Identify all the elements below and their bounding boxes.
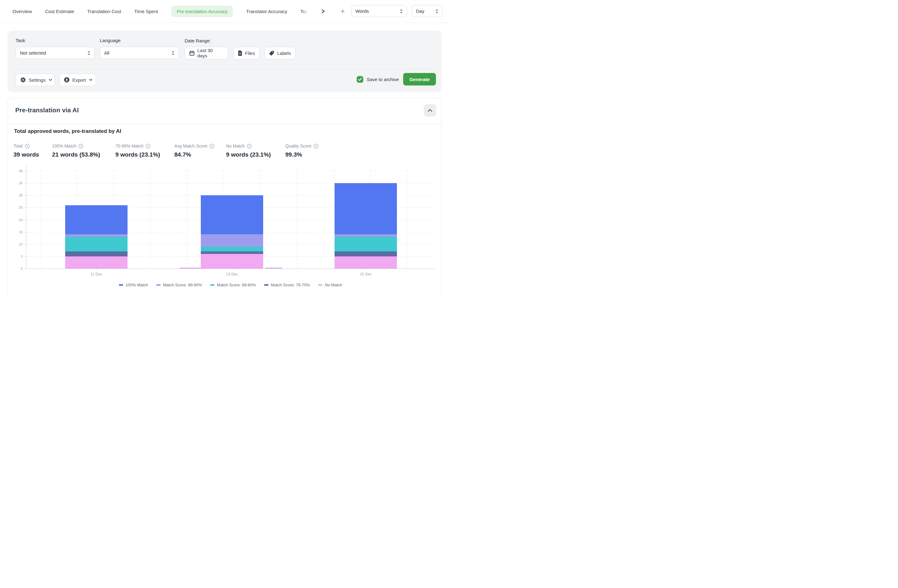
legend-label: Match Score: 89-80% <box>217 283 256 287</box>
caret-down-icon <box>89 79 92 81</box>
near-zero-bar[interactable] <box>265 268 282 269</box>
period-select[interactable]: Day <box>412 5 443 17</box>
card-divider <box>8 123 441 124</box>
chart-legend: 100% MatchMatch Score: 99-90%Match Score… <box>26 283 435 287</box>
files-button-label: Files <box>245 51 255 56</box>
add-tab-button[interactable]: + <box>338 7 347 15</box>
task-label: Task <box>15 38 25 43</box>
export-button[interactable]: Export <box>59 74 96 86</box>
tab-translation-cost[interactable]: Translation Cost <box>87 9 121 14</box>
stat-value: 9 words (23.1%) <box>115 151 160 158</box>
stat-value: 9 words (23.1%) <box>226 151 271 158</box>
bar-segment[interactable] <box>65 237 128 251</box>
tabs-overflow-button[interactable] <box>320 8 326 14</box>
labels-button-label: Labels <box>277 51 291 56</box>
bar-segment[interactable] <box>65 251 128 256</box>
tab-pre-translation-accuracy[interactable]: Pre-translation Accuracy <box>171 6 233 17</box>
gear-icon <box>20 77 26 83</box>
tab-translator-accuracy[interactable]: Translator Accuracy <box>246 9 287 14</box>
filter-panel: Task Not selected Language All Date Rang… <box>8 31 441 92</box>
info-icon[interactable] <box>146 144 150 148</box>
stat-avg-match-score: Avg Match Score 84.7% <box>174 143 214 158</box>
bar-segment[interactable] <box>335 251 397 256</box>
info-icon[interactable] <box>209 144 214 148</box>
legend-label: Match Score: 79-70% <box>271 283 310 287</box>
task-select[interactable]: Not selected <box>15 47 95 59</box>
stat-value: 99.3% <box>285 151 318 158</box>
info-icon[interactable] <box>247 144 252 148</box>
generate-button[interactable]: Generate <box>403 73 436 85</box>
metric-select-value: Words <box>355 8 369 14</box>
collapse-card-button[interactable] <box>424 104 436 117</box>
stepper-icon <box>87 51 91 55</box>
bar-segment[interactable] <box>335 183 397 234</box>
info-icon[interactable] <box>25 144 30 148</box>
task-select-value: Not selected <box>20 50 46 55</box>
stat-100-match: 100% Match 21 words (53.8%) <box>52 143 100 158</box>
stat-value: 21 words (53.8%) <box>52 151 100 158</box>
legend-label: No Match <box>325 283 342 287</box>
bar-segment[interactable] <box>335 234 397 237</box>
bar-segment[interactable] <box>201 195 263 234</box>
stat-label: Quality Score <box>285 143 312 148</box>
calendar-icon <box>189 51 195 56</box>
stat-label: 70-99% Match <box>115 143 143 148</box>
card-title: Pre-translation via AI <box>15 107 79 114</box>
tab-list: Overview Cost Estimate Translation Cost … <box>12 0 315 23</box>
language-select[interactable]: All <box>100 47 179 59</box>
tab-time-spent[interactable]: Time Spent <box>134 9 158 14</box>
date-range-value: Last 30 days <box>197 48 224 58</box>
stat-label: Avg Match Score <box>174 143 208 148</box>
bar-segment[interactable] <box>335 237 397 251</box>
legend-label: Match Score: 99-90% <box>163 283 202 287</box>
legend-swatch <box>264 284 269 286</box>
settings-button[interactable]: Settings <box>15 74 55 86</box>
near-zero-bar[interactable] <box>180 268 201 269</box>
bar-segment[interactable] <box>335 256 397 269</box>
bar-segment[interactable] <box>201 247 263 252</box>
info-icon[interactable] <box>314 144 318 148</box>
tab-cost-estimate[interactable]: Cost Estimate <box>45 9 74 14</box>
legend-item[interactable]: Match Score: 89-80% <box>210 283 256 287</box>
legend-item[interactable]: 100% Match <box>119 283 148 287</box>
stat-label: Total <box>14 143 23 148</box>
legend-swatch <box>119 284 123 286</box>
stepper-icon <box>435 9 438 14</box>
bar-segment[interactable] <box>201 234 263 246</box>
legend-item[interactable]: No Match <box>318 283 342 287</box>
language-label: Language <box>100 38 121 43</box>
bar-segment[interactable] <box>65 256 128 269</box>
stat-label: 100% Match <box>52 143 76 148</box>
save-to-archive-checkbox[interactable] <box>357 76 363 83</box>
tab-overview[interactable]: Overview <box>12 9 32 14</box>
date-range-button[interactable]: Last 30 days <box>185 47 228 59</box>
settings-button-label: Settings <box>29 77 46 83</box>
stat-label: No Match <box>226 143 245 148</box>
file-icon <box>238 51 242 56</box>
save-to-archive-label: Save to archive <box>367 77 399 82</box>
dashboard-page: Overview Cost Estimate Translation Cost … <box>0 0 449 294</box>
stepper-icon <box>400 9 403 14</box>
stat-no-match: No Match 9 words (23.1%) <box>226 143 271 158</box>
bar-segment[interactable] <box>65 205 128 235</box>
legend-swatch <box>318 284 322 286</box>
info-icon[interactable] <box>78 144 83 148</box>
bar-segment[interactable] <box>201 251 263 254</box>
files-button[interactable]: Files <box>233 47 260 59</box>
stat-value: 84.7% <box>174 151 214 158</box>
bar-segment[interactable] <box>65 234 128 237</box>
period-select-value: Day <box>416 8 424 14</box>
bar-segment[interactable] <box>201 254 263 269</box>
export-button-label: Export <box>72 77 86 83</box>
labels-button[interactable]: Labels <box>264 47 295 59</box>
stat-total: Total 39 words <box>14 143 39 158</box>
tab-top-truncated[interactable]: Top <box>300 9 308 14</box>
legend-item[interactable]: Match Score: 79-70% <box>264 283 310 287</box>
metric-select[interactable]: Words <box>351 5 407 17</box>
legend-label: 100% Match <box>126 283 148 287</box>
language-select-value: All <box>104 50 109 55</box>
legend-swatch <box>210 284 215 286</box>
legend-item[interactable]: Match Score: 99-90% <box>156 283 202 287</box>
stat-70-99-match: 70-99% Match 9 words (23.1%) <box>115 143 160 158</box>
stepper-icon <box>172 51 175 55</box>
